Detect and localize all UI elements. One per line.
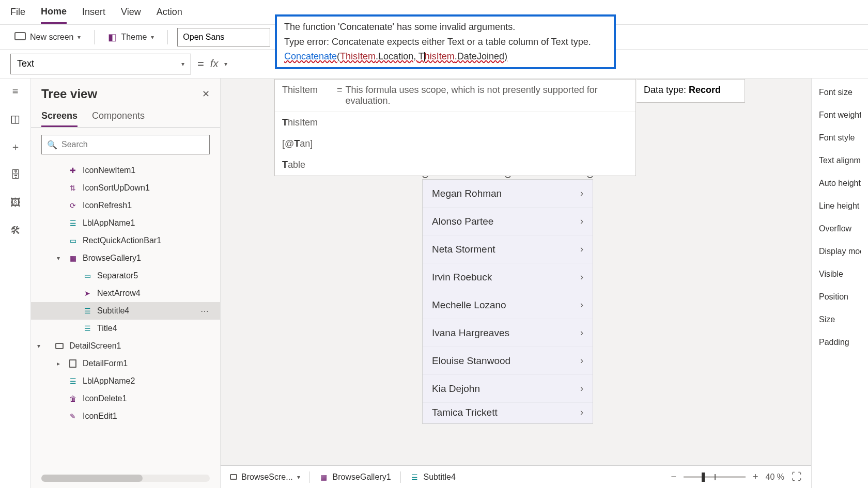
tree-node-label-appname[interactable]: ☰LblAppName1: [31, 214, 220, 232]
control-icon: ⟳: [68, 201, 78, 210]
zoom-slider[interactable]: [684, 476, 746, 478]
breadcrumb-screen[interactable]: BrowseScre...▾: [230, 473, 300, 482]
zoom-slider-thumb[interactable]: [702, 473, 705, 482]
tree-node-icon-edit[interactable]: ✎IconEdit1: [31, 407, 220, 425]
tree-node-label: IconEdit1: [83, 412, 117, 421]
gallery-title: Elouise Stanwood: [432, 355, 510, 367]
prop-auto-height[interactable]: Auto height: [819, 179, 861, 188]
tree-tabs: Screens Components: [31, 106, 220, 128]
breadcrumb-control[interactable]: ☰Subtitle4: [410, 473, 456, 482]
chevron-right-icon[interactable]: ›: [580, 383, 583, 394]
chevron-down-icon[interactable]: ▾: [37, 342, 40, 350]
intellisense-suggestion[interactable]: [@Tan]: [275, 133, 636, 154]
chevron-right-icon[interactable]: ›: [580, 272, 583, 282]
prop-display-mode[interactable]: Display mod: [819, 247, 861, 256]
suggestion-text: able: [288, 160, 305, 170]
zoom-controls: − + 40 % ⛶: [671, 471, 802, 483]
property-dropdown[interactable]: Text ▾: [10, 54, 191, 74]
tree-node-label: Title4: [97, 324, 117, 333]
data-icon[interactable]: 🗄: [9, 168, 22, 181]
advanced-tools-icon[interactable]: 🛠: [9, 224, 22, 237]
tree-node-icon-new-item[interactable]: ✚IconNewItem1: [31, 162, 220, 179]
tree-node-icon-refresh[interactable]: ⟳IconRefresh1: [31, 197, 220, 214]
gallery-row[interactable]: Megan Rohman›: [423, 180, 593, 208]
gallery-row[interactable]: Elouise Stanwood›: [423, 347, 593, 375]
breadcrumb-label: BrowseScre...: [241, 473, 293, 482]
tree-node-subtitle[interactable]: ☰Subtitle4⋯: [31, 302, 220, 320]
tab-screens[interactable]: Screens: [41, 106, 78, 127]
horizontal-scrollbar[interactable]: [41, 475, 210, 482]
chevron-right-icon[interactable]: ›: [580, 327, 583, 338]
tree-node-icon-delete[interactable]: 🗑IconDelete1: [31, 390, 220, 407]
gallery-row[interactable]: Neta Storment›: [423, 235, 593, 263]
media-icon[interactable]: 🖼: [9, 196, 22, 209]
fit-to-screen-icon[interactable]: ⛶: [792, 471, 802, 483]
breadcrumb-gallery[interactable]: ▦BrowseGallery1: [319, 473, 391, 482]
tree-node-detail-screen[interactable]: ▾DetailScreen1: [31, 337, 220, 355]
chevron-right-icon[interactable]: ›: [580, 300, 583, 310]
gallery-row[interactable]: Ivana Hargreaves›: [423, 319, 593, 347]
chevron-right-icon[interactable]: ›: [580, 244, 583, 255]
formula-input[interactable]: Concatenate(ThisItem.Location, ThisItem.…: [284, 51, 607, 62]
tree-node-label-appname2[interactable]: ☰LblAppName2: [31, 372, 220, 390]
tree-node-browse-gallery[interactable]: ▾▦BrowseGallery1: [31, 249, 220, 267]
menu-action[interactable]: Action: [157, 2, 182, 23]
gallery-title: Neta Storment: [432, 244, 495, 255]
prop-text-align[interactable]: Text alignme: [819, 156, 861, 165]
prop-font-size[interactable]: Font size: [819, 88, 861, 97]
intellisense-suggestion[interactable]: Table: [275, 154, 636, 176]
intellisense-panel: ThisItem = This formula uses scope, whic…: [274, 79, 636, 176]
prop-size[interactable]: Size: [819, 315, 861, 324]
prop-padding[interactable]: Padding: [819, 338, 861, 347]
chevron-right-icon[interactable]: ›: [580, 407, 583, 418]
tree-node-title[interactable]: ☰Title4: [31, 320, 220, 337]
menu-view[interactable]: View: [121, 2, 141, 23]
gallery-title: Tamica Trickett: [432, 407, 498, 418]
new-screen-button[interactable]: New screen ▾: [10, 29, 85, 45]
intellisense-suggestion[interactable]: ThisItem: [275, 112, 636, 133]
chevron-right-icon[interactable]: ›: [580, 216, 583, 227]
fx-icon[interactable]: fx: [210, 58, 219, 70]
gallery-row[interactable]: Kia Dejohn›: [423, 375, 593, 403]
tree-node-detail-form[interactable]: ▸DetailForm1: [31, 355, 220, 372]
intellisense-label: ThisItem: [282, 85, 334, 106]
chevron-down-icon: ▾: [297, 474, 300, 481]
prop-visible[interactable]: Visible: [819, 270, 861, 279]
prop-font-weight[interactable]: Font weight: [819, 111, 861, 120]
gallery-row[interactable]: Irvin Roebuck›: [423, 263, 593, 291]
chevron-right-icon[interactable]: ›: [580, 188, 583, 199]
browse-gallery[interactable]: Megan Rohman› Alonso Partee› Neta Storme…: [422, 179, 593, 424]
zoom-in-button[interactable]: +: [753, 471, 758, 482]
menu-insert[interactable]: Insert: [82, 2, 105, 23]
chevron-right-icon[interactable]: ›: [580, 355, 583, 366]
search-input[interactable]: [61, 140, 204, 149]
data-type-value: Record: [689, 85, 721, 95]
gallery-row[interactable]: Alonso Partee›: [423, 208, 593, 235]
prop-line-height[interactable]: Line height: [819, 201, 861, 211]
menu-file[interactable]: File: [10, 2, 25, 23]
prop-overflow[interactable]: Overflow: [819, 224, 861, 233]
tree-view-icon[interactable]: ◫: [9, 113, 22, 125]
tree-node-separator[interactable]: ▭Separator5: [31, 267, 220, 285]
add-icon[interactable]: ＋: [9, 140, 22, 153]
menu-home[interactable]: Home: [41, 1, 67, 24]
prop-position[interactable]: Position: [819, 292, 861, 302]
theme-button[interactable]: ◧ Theme ▾: [104, 28, 158, 46]
tree-node-next-arrow[interactable]: ➤NextArrow4: [31, 285, 220, 302]
chevron-down-icon[interactable]: ▾: [57, 255, 60, 262]
tab-components[interactable]: Components: [92, 106, 145, 127]
tree-search[interactable]: 🔍: [41, 135, 210, 154]
more-icon[interactable]: ⋯: [200, 306, 210, 316]
gallery-row[interactable]: Mechelle Lozano›: [423, 291, 593, 319]
tree-node-rect[interactable]: ▭RectQuickActionBar1: [31, 232, 220, 249]
zoom-out-button[interactable]: −: [671, 471, 676, 482]
chevron-right-icon[interactable]: ▸: [57, 360, 60, 367]
hamburger-icon[interactable]: ≡: [9, 85, 22, 97]
tree-node-label: Separator5: [97, 271, 138, 280]
font-select[interactable]: Open Sans: [177, 28, 270, 46]
gallery-row[interactable]: Tamica Trickett›: [423, 403, 593, 423]
prop-font-style[interactable]: Font style: [819, 133, 861, 143]
tree-node-icon-sort[interactable]: ⇅IconSortUpDown1: [31, 179, 220, 197]
close-icon[interactable]: ✕: [202, 88, 210, 100]
scrollbar-thumb[interactable]: [41, 475, 143, 482]
